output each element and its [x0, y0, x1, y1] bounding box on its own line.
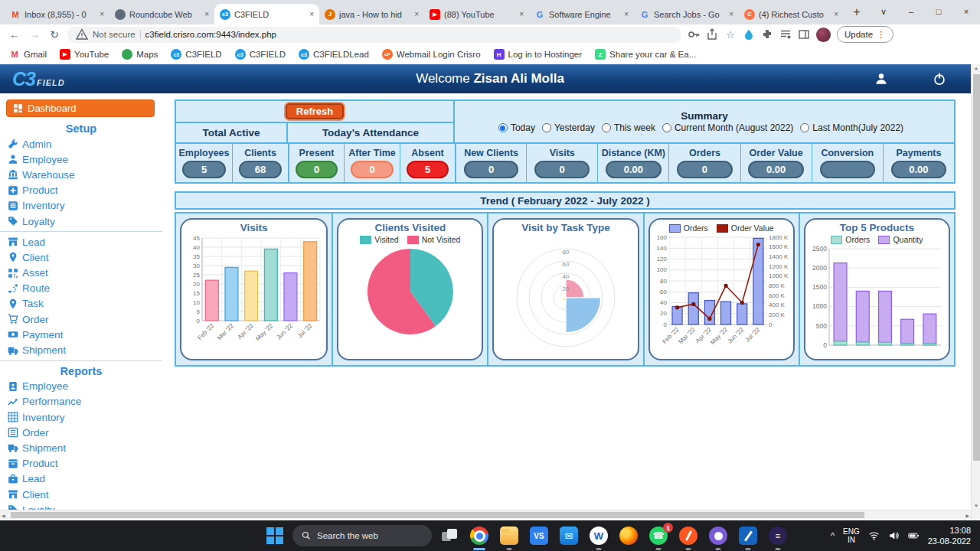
taskbar-chrome-button[interactable]	[469, 526, 489, 546]
browser-tab[interactable]: MInbox (8,955) - 0×	[5, 4, 109, 24]
profile-avatar[interactable]	[816, 28, 831, 42]
browser-tab[interactable]: GSearch Jobs - Go×	[634, 4, 739, 24]
user-icon[interactable]	[874, 72, 888, 86]
tab-close-icon[interactable]: ×	[834, 10, 838, 18]
browser-tab[interactable]: c3C3FIELD×	[214, 4, 319, 24]
sidebar-item-loyalty[interactable]: Loyalty	[0, 214, 162, 229]
browser-tab[interactable]: Roundcube Web×	[109, 4, 214, 24]
sidebar-item-product[interactable]: Product	[0, 183, 162, 198]
summary-radio-yesterday[interactable]: Yesterday	[542, 122, 595, 133]
summary-radio-last-month-july-2022[interactable]: Last Month(July 2022)	[800, 122, 903, 133]
battery-icon[interactable]	[908, 530, 920, 541]
sidebar-item-admin[interactable]: Admin	[0, 136, 162, 152]
update-button[interactable]: Update ⋮	[837, 26, 893, 43]
bookmark-item[interactable]: c3C3FIELDLead	[299, 49, 369, 60]
logout-power-icon[interactable]	[933, 72, 946, 86]
wifi-icon[interactable]	[868, 530, 880, 541]
sidebar-item-inventory[interactable]: Inventory	[0, 409, 162, 425]
clock[interactable]: 13:08 23-08-2022	[928, 525, 971, 547]
tab-close-icon[interactable]: ×	[100, 10, 104, 18]
bookmark-item[interactable]: ▶YouTube	[60, 49, 109, 60]
sidebar-item-client[interactable]: Client	[0, 487, 162, 502]
password-key-icon[interactable]	[688, 28, 700, 41]
side-panel-icon[interactable]	[798, 28, 810, 41]
bookmark-item[interactable]: c3C3FIELD	[171, 49, 221, 60]
sidebar-item-lead[interactable]: Lead	[0, 471, 162, 487]
vertical-scrollbar-thumb[interactable]	[973, 74, 980, 461]
taskbar-opera-button[interactable]	[678, 526, 698, 546]
browser-tab[interactable]: Jjava - How to hid×	[319, 4, 424, 24]
water-drop-extension-icon[interactable]	[743, 28, 755, 41]
sidebar-item-route[interactable]: Route	[0, 281, 162, 296]
vertical-scrollbar[interactable]: ▲ ▼	[971, 64, 980, 519]
scroll-right-arrow-icon[interactable]: ▶	[965, 513, 969, 518]
extensions-puzzle-icon[interactable]	[761, 28, 773, 41]
language-indicator[interactable]: ENG IN	[843, 527, 860, 545]
taskbar-word-button[interactable]	[589, 526, 609, 546]
horizontal-scrollbar-thumb[interactable]	[11, 512, 864, 518]
summary-radio-this-week[interactable]: This week	[602, 122, 655, 133]
browser-tab[interactable]: C(4) Richest Custo×	[739, 4, 844, 24]
horizontal-scrollbar[interactable]: ◀ ▶	[0, 510, 971, 519]
window-maximize-button[interactable]: □	[925, 0, 952, 23]
sidebar-item-lead[interactable]: Lead	[0, 234, 162, 249]
sidebar-item-payment[interactable]: Payment	[0, 327, 162, 342]
taskbar-firefox-button[interactable]	[619, 526, 639, 546]
browser-tab[interactable]: ▶(88) YouTube×	[424, 4, 529, 24]
sidebar-item-task[interactable]: Task	[0, 296, 162, 311]
bookmark-item[interactable]: Maps	[122, 49, 158, 60]
sidebar-item-employee[interactable]: Employee	[0, 152, 162, 167]
share-icon[interactable]	[706, 28, 718, 41]
sidebar-item-shipment[interactable]: Shipment	[0, 440, 162, 455]
taskbar-task-view-button[interactable]	[439, 526, 459, 546]
sidebar-item-asset[interactable]: Asset	[0, 266, 162, 281]
tab-close-icon[interactable]: ×	[414, 10, 419, 18]
bookmark-item[interactable]: c3C3FIELD	[235, 49, 286, 60]
sidebar-item-order[interactable]: Order	[0, 311, 162, 327]
back-button[interactable]: ←	[8, 28, 21, 41]
sidebar-item-dashboard[interactable]: Dashboard	[6, 99, 155, 117]
sidebar-item-client[interactable]: Client	[0, 249, 162, 265]
browser-tab[interactable]: GSoftware Engine×	[529, 4, 634, 24]
tab-close-icon[interactable]: ×	[729, 10, 733, 18]
sidebar-item-employee[interactable]: Employee	[0, 379, 162, 394]
bookmark-item[interactable]: cPWebmail Login Crisro	[382, 49, 481, 60]
window-minimize-button[interactable]: –	[897, 0, 925, 23]
summary-radio-today[interactable]: Today	[498, 122, 535, 133]
sidebar-item-performance[interactable]: Performance	[0, 394, 162, 409]
taskbar-search[interactable]: Search the web	[292, 525, 432, 546]
tray-chevron-icon[interactable]: ^	[831, 531, 835, 540]
bookmark-item[interactable]: MGmail	[9, 49, 47, 60]
reload-button[interactable]: ↻	[47, 28, 61, 41]
tab-close-icon[interactable]: ×	[624, 10, 629, 18]
start-button[interactable]	[265, 526, 285, 546]
tab-close-icon[interactable]: ×	[519, 10, 524, 18]
scroll-down-arrow-icon[interactable]: ▼	[974, 504, 978, 508]
taskbar-mail-button[interactable]	[559, 526, 579, 546]
refresh-button[interactable]: Refresh	[286, 103, 344, 119]
summary-radio-current-month-august-2022[interactable]: Current Month (August 2022)	[662, 122, 793, 133]
taskbar-whatsapp-button[interactable]: 1	[648, 526, 668, 546]
bookmark-item[interactable]: ZShare your car & Ea...	[595, 49, 696, 60]
sidebar-item-warehouse[interactable]: Warehouse	[0, 167, 162, 182]
tab-search-chevron-icon[interactable]: ∨	[870, 0, 897, 23]
new-tab-button[interactable]: +	[847, 2, 867, 22]
taskbar-github-button[interactable]	[708, 526, 728, 546]
reading-list-icon[interactable]	[779, 28, 792, 41]
volume-icon[interactable]	[888, 530, 900, 541]
tab-close-icon[interactable]: ×	[204, 10, 209, 18]
address-bar[interactable]: Not secure c3field.crisro.com:9443/index…	[67, 27, 681, 43]
tab-close-icon[interactable]: ×	[309, 10, 314, 18]
sidebar-item-product[interactable]: Product	[0, 456, 162, 471]
forward-button[interactable]: →	[28, 28, 41, 41]
bookmark-item[interactable]: HLog in to Hostinger	[494, 49, 583, 60]
taskbar-vscode-button[interactable]	[529, 526, 549, 546]
sidebar-item-order[interactable]: Order	[0, 425, 162, 440]
taskbar-netbeans-button[interactable]	[738, 526, 758, 546]
sidebar-item-inventory[interactable]: Inventory	[0, 198, 162, 214]
scroll-up-arrow-icon[interactable]: ▲	[974, 66, 978, 70]
taskbar-eclipse-button[interactable]	[768, 526, 788, 546]
bookmark-star-icon[interactable]: ☆	[724, 28, 737, 41]
window-close-button[interactable]: ×	[952, 0, 980, 23]
sidebar-item-shipment[interactable]: Shipment	[0, 342, 162, 357]
